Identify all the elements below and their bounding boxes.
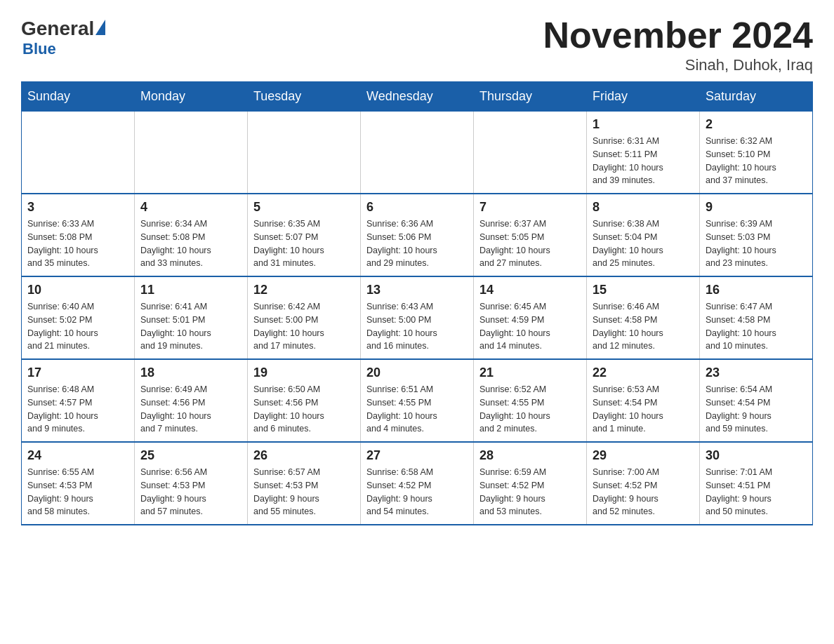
- day-number: 16: [706, 283, 807, 297]
- month-title: November 2024: [543, 14, 813, 56]
- calendar-cell-w2-d6: 8Sunrise: 6:38 AMSunset: 5:04 PMDaylight…: [587, 194, 700, 276]
- day-number: 7: [479, 200, 581, 215]
- day-number: 1: [593, 117, 694, 132]
- calendar-cell-w3-d5: 14Sunrise: 6:45 AMSunset: 4:59 PMDayligh…: [474, 276, 587, 359]
- calendar-cell-w5-d3: 26Sunrise: 6:57 AMSunset: 4:53 PMDayligh…: [248, 442, 361, 525]
- calendar-cell-w5-d4: 27Sunrise: 6:58 AMSunset: 4:52 PMDayligh…: [361, 442, 474, 525]
- header-wednesday: Wednesday: [361, 82, 474, 112]
- day-info: Sunrise: 6:40 AMSunset: 5:02 PMDaylight:…: [27, 300, 128, 353]
- calendar-cell-w5-d5: 28Sunrise: 6:59 AMSunset: 4:52 PMDayligh…: [474, 442, 587, 525]
- day-info: Sunrise: 6:45 AMSunset: 4:59 PMDaylight:…: [479, 300, 581, 353]
- calendar-cell-w1-d2: [135, 112, 248, 194]
- day-number: 21: [479, 365, 581, 380]
- calendar-cell-w1-d3: [248, 112, 361, 194]
- day-info: Sunrise: 6:41 AMSunset: 5:01 PMDaylight:…: [140, 300, 241, 353]
- logo-blue-text: Blue: [22, 40, 56, 58]
- week-row-3: 10Sunrise: 6:40 AMSunset: 5:02 PMDayligh…: [22, 276, 813, 359]
- day-info: Sunrise: 6:53 AMSunset: 4:54 PMDaylight:…: [593, 383, 694, 436]
- calendar-cell-w3-d2: 11Sunrise: 6:41 AMSunset: 5:01 PMDayligh…: [135, 276, 248, 359]
- day-info: Sunrise: 6:52 AMSunset: 4:55 PMDaylight:…: [479, 383, 581, 436]
- week-row-4: 17Sunrise: 6:48 AMSunset: 4:57 PMDayligh…: [22, 359, 813, 442]
- day-number: 17: [27, 365, 128, 380]
- day-info: Sunrise: 6:37 AMSunset: 5:05 PMDaylight:…: [479, 217, 581, 270]
- calendar-cell-w4-d5: 21Sunrise: 6:52 AMSunset: 4:55 PMDayligh…: [474, 359, 587, 442]
- calendar-cell-w3-d3: 12Sunrise: 6:42 AMSunset: 5:00 PMDayligh…: [248, 276, 361, 359]
- day-number: 13: [366, 283, 468, 297]
- calendar-cell-w1-d4: [361, 112, 474, 194]
- calendar-cell-w4-d2: 18Sunrise: 6:49 AMSunset: 4:56 PMDayligh…: [135, 359, 248, 442]
- header-saturday: Saturday: [700, 82, 813, 112]
- header-thursday: Thursday: [474, 82, 587, 112]
- header-friday: Friday: [587, 82, 700, 112]
- day-info: Sunrise: 6:58 AMSunset: 4:52 PMDaylight:…: [366, 466, 468, 518]
- day-number: 19: [253, 365, 355, 380]
- day-info: Sunrise: 6:34 AMSunset: 5:08 PMDaylight:…: [140, 217, 241, 270]
- calendar-cell-w5-d1: 24Sunrise: 6:55 AMSunset: 4:53 PMDayligh…: [22, 442, 135, 525]
- day-number: 8: [593, 200, 694, 215]
- calendar-cell-w2-d3: 5Sunrise: 6:35 AMSunset: 5:07 PMDaylight…: [248, 194, 361, 276]
- day-number: 4: [140, 200, 241, 215]
- day-info: Sunrise: 6:36 AMSunset: 5:06 PMDaylight:…: [366, 217, 468, 270]
- day-info: Sunrise: 6:59 AMSunset: 4:52 PMDaylight:…: [479, 466, 581, 518]
- calendar-table: Sunday Monday Tuesday Wednesday Thursday…: [21, 81, 813, 525]
- day-info: Sunrise: 6:47 AMSunset: 4:58 PMDaylight:…: [706, 300, 807, 353]
- day-info: Sunrise: 6:35 AMSunset: 5:07 PMDaylight:…: [253, 217, 355, 270]
- calendar-cell-w5-d6: 29Sunrise: 7:00 AMSunset: 4:52 PMDayligh…: [587, 442, 700, 525]
- calendar-cell-w4-d7: 23Sunrise: 6:54 AMSunset: 4:54 PMDayligh…: [700, 359, 813, 442]
- day-info: Sunrise: 6:46 AMSunset: 4:58 PMDaylight:…: [593, 300, 694, 353]
- calendar-cell-w2-d2: 4Sunrise: 6:34 AMSunset: 5:08 PMDaylight…: [135, 194, 248, 276]
- day-number: 3: [27, 200, 128, 215]
- calendar-cell-w5-d7: 30Sunrise: 7:01 AMSunset: 4:51 PMDayligh…: [700, 442, 813, 525]
- location-text: Sinah, Duhok, Iraq: [543, 56, 813, 74]
- day-number: 25: [140, 448, 241, 463]
- day-number: 2: [706, 117, 807, 132]
- header-sunday: Sunday: [22, 82, 135, 112]
- day-number: 10: [27, 283, 128, 297]
- week-row-5: 24Sunrise: 6:55 AMSunset: 4:53 PMDayligh…: [22, 442, 813, 525]
- logo: General Blue: [21, 14, 105, 58]
- day-number: 26: [253, 448, 355, 463]
- calendar-cell-w1-d1: [22, 112, 135, 194]
- day-info: Sunrise: 7:00 AMSunset: 4:52 PMDaylight:…: [593, 466, 694, 518]
- calendar-cell-w4-d4: 20Sunrise: 6:51 AMSunset: 4:55 PMDayligh…: [361, 359, 474, 442]
- day-info: Sunrise: 6:33 AMSunset: 5:08 PMDaylight:…: [27, 217, 128, 270]
- day-info: Sunrise: 6:49 AMSunset: 4:56 PMDaylight:…: [140, 383, 241, 436]
- calendar-cell-w5-d2: 25Sunrise: 6:56 AMSunset: 4:53 PMDayligh…: [135, 442, 248, 525]
- day-info: Sunrise: 6:48 AMSunset: 4:57 PMDaylight:…: [27, 383, 128, 436]
- calendar-cell-w4-d3: 19Sunrise: 6:50 AMSunset: 4:56 PMDayligh…: [248, 359, 361, 442]
- day-number: 5: [253, 200, 355, 215]
- calendar-cell-w2-d7: 9Sunrise: 6:39 AMSunset: 5:03 PMDaylight…: [700, 194, 813, 276]
- day-number: 24: [27, 448, 128, 463]
- calendar-cell-w3-d6: 15Sunrise: 6:46 AMSunset: 4:58 PMDayligh…: [587, 276, 700, 359]
- day-number: 15: [593, 283, 694, 297]
- day-number: 29: [593, 448, 694, 463]
- calendar-cell-w3-d1: 10Sunrise: 6:40 AMSunset: 5:02 PMDayligh…: [22, 276, 135, 359]
- week-row-1: 1Sunrise: 6:31 AMSunset: 5:11 PMDaylight…: [22, 112, 813, 194]
- logo-general-text: General: [21, 18, 94, 40]
- day-number: 9: [706, 200, 807, 215]
- calendar-cell-w4-d1: 17Sunrise: 6:48 AMSunset: 4:57 PMDayligh…: [22, 359, 135, 442]
- calendar-cell-w1-d7: 2Sunrise: 6:32 AMSunset: 5:10 PMDaylight…: [700, 112, 813, 194]
- day-info: Sunrise: 6:32 AMSunset: 5:10 PMDaylight:…: [706, 135, 807, 187]
- page-header: General Blue November 2024 Sinah, Duhok,…: [21, 14, 813, 74]
- day-info: Sunrise: 6:55 AMSunset: 4:53 PMDaylight:…: [27, 466, 128, 518]
- calendar-cell-w3-d7: 16Sunrise: 6:47 AMSunset: 4:58 PMDayligh…: [700, 276, 813, 359]
- day-number: 14: [479, 283, 581, 297]
- day-info: Sunrise: 6:38 AMSunset: 5:04 PMDaylight:…: [593, 217, 694, 270]
- calendar-cell-w1-d5: [474, 112, 587, 194]
- calendar-cell-w2-d5: 7Sunrise: 6:37 AMSunset: 5:05 PMDaylight…: [474, 194, 587, 276]
- day-info: Sunrise: 6:42 AMSunset: 5:00 PMDaylight:…: [253, 300, 355, 353]
- weekday-header-row: Sunday Monday Tuesday Wednesday Thursday…: [22, 82, 813, 112]
- title-section: November 2024 Sinah, Duhok, Iraq: [543, 14, 813, 74]
- calendar-cell-w2-d1: 3Sunrise: 6:33 AMSunset: 5:08 PMDaylight…: [22, 194, 135, 276]
- calendar-cell-w3-d4: 13Sunrise: 6:43 AMSunset: 5:00 PMDayligh…: [361, 276, 474, 359]
- day-number: 20: [366, 365, 468, 380]
- week-row-2: 3Sunrise: 6:33 AMSunset: 5:08 PMDaylight…: [22, 194, 813, 276]
- day-info: Sunrise: 6:31 AMSunset: 5:11 PMDaylight:…: [593, 135, 694, 187]
- day-number: 30: [706, 448, 807, 463]
- day-number: 27: [366, 448, 468, 463]
- day-info: Sunrise: 6:56 AMSunset: 4:53 PMDaylight:…: [140, 466, 241, 518]
- day-info: Sunrise: 6:43 AMSunset: 5:00 PMDaylight:…: [366, 300, 468, 353]
- day-number: 12: [253, 283, 355, 297]
- day-number: 22: [593, 365, 694, 380]
